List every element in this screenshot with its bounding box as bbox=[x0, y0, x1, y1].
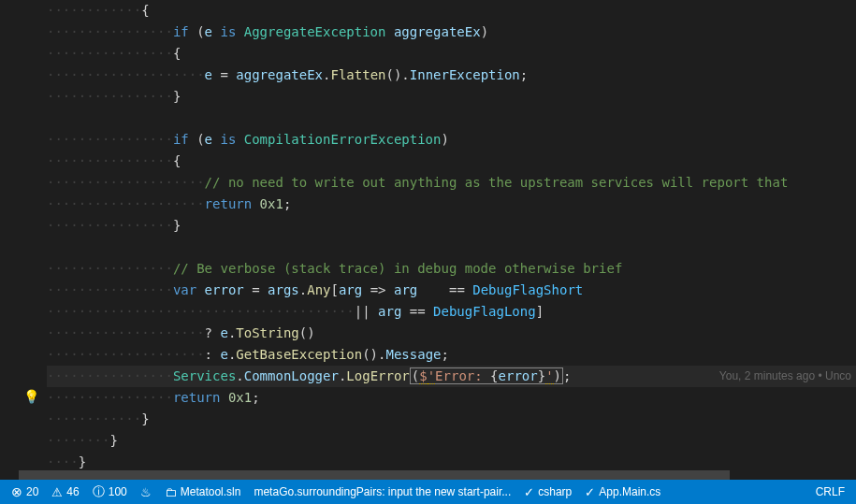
check-icon bbox=[585, 485, 595, 499]
status-lang[interactable]: csharp bbox=[520, 485, 575, 499]
lightbulb-icon[interactable]: 💡 bbox=[23, 389, 39, 404]
scrollbar-thumb[interactable] bbox=[19, 470, 730, 480]
active-line: ················Services.CommonLogger.Lo… bbox=[47, 366, 856, 387]
brace: { bbox=[141, 3, 149, 18]
status-file[interactable]: App.Main.cs bbox=[581, 485, 664, 499]
warning-icon bbox=[51, 485, 63, 499]
status-errors[interactable]: 20 bbox=[7, 484, 42, 499]
code-editor[interactable]: ············{ ················if (e is A… bbox=[0, 0, 856, 480]
check-icon bbox=[524, 485, 534, 499]
fire-icon bbox=[140, 485, 152, 499]
status-command[interactable]: metaGo.surroundingPairs: input the new s… bbox=[250, 485, 515, 498]
info-icon bbox=[93, 483, 105, 500]
folder-icon bbox=[165, 485, 177, 499]
error-icon bbox=[11, 484, 22, 499]
status-solution[interactable]: Metatool.sln bbox=[161, 485, 245, 499]
status-bar: 20 46 100 Metatool.sln metaGo.surroundin… bbox=[0, 480, 856, 504]
git-codelens[interactable]: You, 2 minutes ago • Unco bbox=[719, 366, 851, 387]
status-eol[interactable]: CRLF bbox=[812, 485, 849, 498]
status-fire[interactable] bbox=[137, 485, 155, 499]
status-info[interactable]: 100 bbox=[89, 483, 131, 500]
status-warnings[interactable]: 46 bbox=[48, 485, 82, 499]
horizontal-scrollbar[interactable] bbox=[0, 470, 856, 480]
